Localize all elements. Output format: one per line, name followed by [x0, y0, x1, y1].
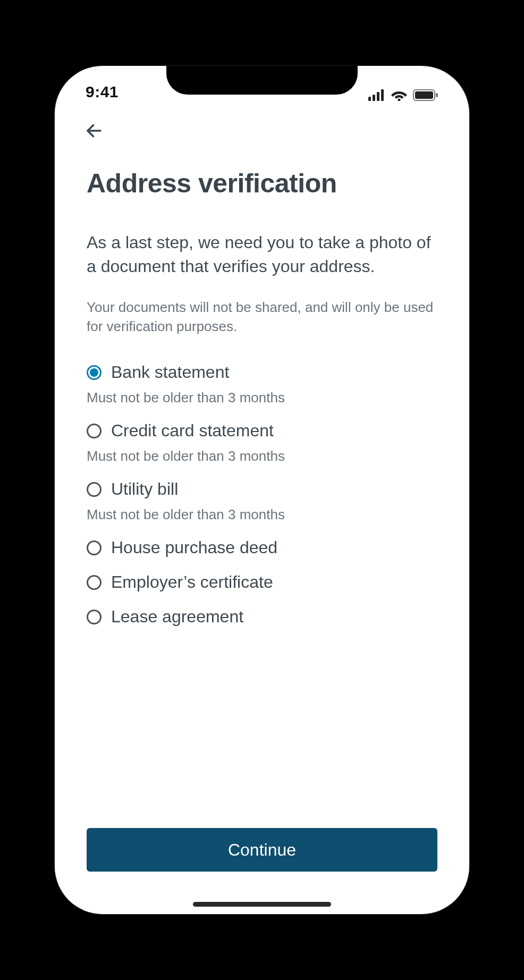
radio-icon — [87, 575, 102, 590]
radio-icon — [87, 482, 102, 497]
notch — [166, 66, 358, 95]
page-title: Address verification — [87, 168, 437, 199]
option-label: House purchase deed — [111, 538, 277, 557]
screen-content: Address verification As a last step, we … — [55, 104, 469, 914]
option-label: Utility bill — [111, 479, 178, 499]
svg-rect-3 — [381, 89, 384, 101]
document-option[interactable]: Bank statementMust not be older than 3 m… — [87, 362, 437, 406]
svg-rect-0 — [368, 97, 371, 101]
option-row: Utility bill — [87, 479, 437, 499]
document-options: Bank statementMust not be older than 3 m… — [87, 362, 437, 627]
privacy-note: Your documents will not be shared, and w… — [87, 298, 437, 336]
option-hint: Must not be older than 3 months — [87, 448, 437, 464]
status-icons — [368, 89, 438, 101]
option-label: Credit card statement — [111, 421, 274, 441]
option-row: Bank statement — [87, 362, 437, 382]
option-hint: Must not be older than 3 months — [87, 506, 437, 523]
svg-rect-6 — [415, 91, 433, 99]
document-option[interactable]: Lease agreement — [87, 607, 437, 627]
option-row: Lease agreement — [87, 607, 437, 627]
radio-icon — [87, 610, 102, 624]
option-label: Lease agreement — [111, 607, 243, 627]
option-row: Employer’s certificate — [87, 572, 437, 592]
arrow-left-icon — [84, 121, 104, 140]
svg-point-4 — [398, 99, 401, 102]
document-option[interactable]: House purchase deed — [87, 538, 437, 557]
svg-rect-1 — [373, 95, 375, 101]
option-row: House purchase deed — [87, 538, 437, 557]
wifi-icon — [391, 89, 408, 101]
document-option[interactable]: Utility billMust not be older than 3 mon… — [87, 479, 437, 523]
radio-icon — [87, 365, 102, 380]
page-subtitle: As a last step, we need you to take a ph… — [87, 231, 437, 278]
radio-icon — [87, 424, 102, 438]
back-button[interactable] — [82, 119, 106, 142]
svg-rect-2 — [377, 92, 379, 101]
document-option[interactable]: Credit card statementMust not be older t… — [87, 421, 437, 464]
status-time: 9:41 — [86, 83, 119, 101]
option-hint: Must not be older than 3 months — [87, 390, 437, 406]
cellular-icon — [368, 89, 385, 101]
document-option[interactable]: Employer’s certificate — [87, 572, 437, 592]
battery-icon — [413, 89, 438, 101]
option-label: Bank statement — [111, 362, 229, 382]
option-label: Employer’s certificate — [111, 572, 273, 592]
option-row: Credit card statement — [87, 421, 437, 441]
svg-rect-7 — [436, 93, 438, 97]
phone-frame: 9:41 — [55, 66, 469, 914]
home-indicator[interactable] — [193, 902, 331, 907]
continue-button[interactable]: Continue — [87, 828, 437, 872]
radio-icon — [87, 540, 102, 555]
